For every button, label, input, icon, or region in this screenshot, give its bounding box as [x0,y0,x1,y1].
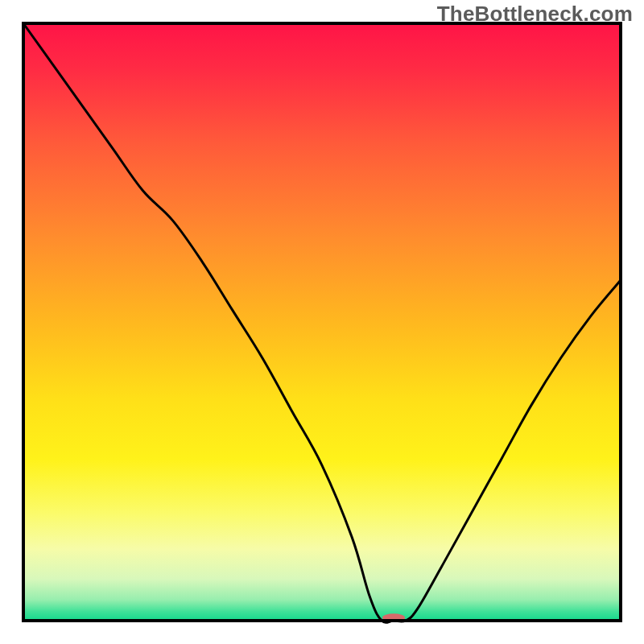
plot-background [23,23,621,621]
watermark-text: TheBottleneck.com [437,2,633,27]
chart-area: TheBottleneck.com [0,0,644,644]
bottleneck-plot [0,0,644,644]
